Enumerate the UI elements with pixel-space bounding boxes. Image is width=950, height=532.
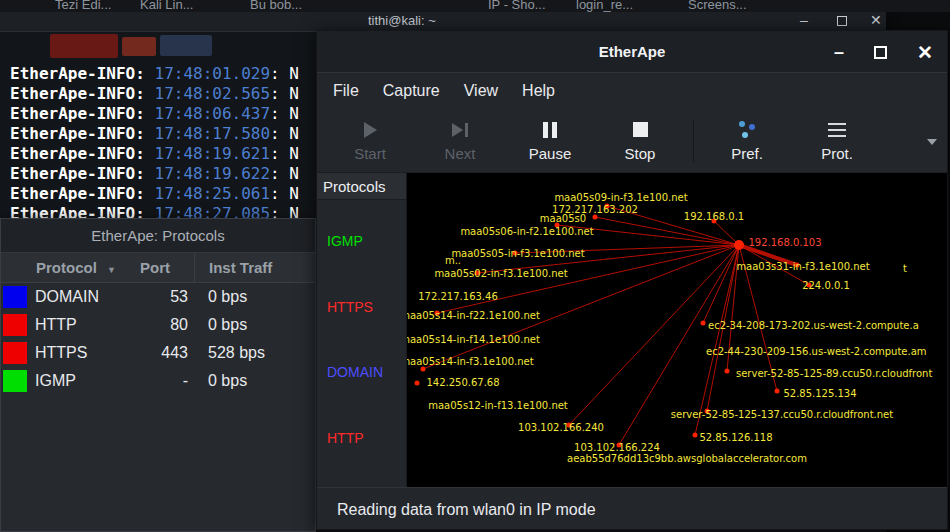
protocol-color-swatch (3, 286, 27, 308)
node-dot (693, 433, 698, 438)
terminal-log-line: EtherApe-INFO: 17:48:01.029: N (10, 64, 299, 84)
terminal-log-line: EtherApe-INFO: 17:48:06.437: N (10, 104, 299, 124)
start-button-label: Start (354, 145, 386, 162)
terminal-titlebar[interactable]: tithi@kali: ~ – ✕ (0, 10, 886, 32)
column-header-port[interactable]: Port (136, 259, 194, 276)
protocols-button[interactable]: Prot. (792, 120, 882, 162)
protocol-traffic: 0 bps (194, 316, 315, 334)
top-taskbar: Tezi Edi...Kali Lin...Bu bob...IP - Sho.… (0, 0, 950, 12)
node-label[interactable]: maa05s14-in-f3.1e100.net (407, 356, 534, 367)
hub-node-dot (734, 240, 744, 250)
node-label[interactable]: maa03s31-in-f3.1e100.net (736, 261, 869, 272)
node-label[interactable]: 52.85.125.134 (783, 388, 856, 399)
protocol-color-swatch (3, 370, 27, 392)
node-label[interactable]: ec2-34-208-173-202.us-west-2.compute.a (708, 320, 919, 331)
status-text: Reading data from wlan0 in IP mode (337, 501, 596, 519)
terminal-close-button[interactable]: ✕ (870, 12, 882, 28)
node-label[interactable]: t (903, 263, 907, 274)
node-label[interactable]: 172.217.163.46 (418, 291, 498, 302)
node-dot (725, 369, 730, 374)
network-canvas-svg: maa05s09-in-f3.1e100.net172.217.163.202m… (407, 173, 947, 487)
node-label[interactable]: maa05s06-in-f2.1e100.net (460, 226, 593, 237)
taskbar-item[interactable]: Screens... (688, 0, 747, 12)
etherape-menubar: File Capture View Help (317, 73, 947, 109)
next-button[interactable]: Next (415, 120, 505, 162)
node-label[interactable]: 224.0.0.1 (802, 280, 850, 291)
node-label[interactable]: 103.102.166.240 (518, 422, 604, 433)
taskbar-item[interactable]: IP - Sho... (488, 0, 546, 12)
pause-icon (543, 120, 557, 140)
toolbar-separator (693, 120, 694, 162)
menu-file[interactable]: File (333, 82, 359, 100)
etherape-close-button[interactable]: ✕ (917, 41, 933, 64)
taskbar-item[interactable]: Bu bob... (250, 0, 302, 12)
toolbar-overflow-button[interactable] (927, 139, 937, 145)
traffic-link (569, 245, 739, 425)
sidebar-protocol-list: IGMPHTTPSDOMAINHTTP (317, 200, 406, 487)
column-header-traffic[interactable]: Inst Traff (194, 253, 315, 282)
column-header-protocol[interactable]: Protocol ▼ (1, 259, 136, 276)
network-canvas[interactable]: maa05s09-in-f3.1e100.net172.217.163.202m… (407, 173, 947, 487)
taskbar-item[interactable]: Tezi Edi... (55, 0, 111, 12)
protocol-name: DOMAIN (31, 288, 136, 306)
protocol-row[interactable]: IGMP-0 bps (1, 367, 315, 395)
node-label[interactable]: server-52-85-125-137.ccu50.r.cloudfront.… (671, 409, 893, 420)
column-header-protocol-label: Protocol (36, 259, 97, 276)
node-label[interactable]: 52.85.126.118 (699, 432, 772, 443)
start-button[interactable]: Start (325, 120, 415, 162)
node-label[interactable]: 192.168.0.1 (684, 211, 744, 222)
protocol-traffic: 0 bps (194, 288, 315, 306)
node-dot (415, 381, 420, 386)
node-label[interactable]: ec2-44-230-209-156.us-west-2.compute.am (706, 346, 927, 357)
sidebar-protocol-item[interactable]: HTTPS (327, 299, 406, 315)
protocols-sidebar: Protocols IGMPHTTPSDOMAINHTTP (317, 173, 407, 487)
play-icon (364, 120, 377, 140)
protocols-window: EtherApe: Protocols Protocol ▼ Port Inst… (0, 218, 316, 532)
etherape-titlebar[interactable]: EtherApe – ✕ (317, 31, 947, 73)
protocol-row[interactable]: HTTP800 bps (1, 311, 315, 339)
etherape-toolbar: Start Next Pause Stop Pref. Prot. (317, 109, 947, 173)
node-label[interactable]: 103.102.166.224 (574, 442, 660, 453)
sort-indicator-icon: ▼ (107, 265, 116, 275)
sidebar-protocols-header[interactable]: Protocols (317, 173, 406, 200)
terminal-log: EtherApe-INFO: 17:48:01.029: NEtherApe-I… (10, 64, 299, 224)
node-label[interactable]: maa05s0 (540, 213, 586, 224)
taskbar-item[interactable]: Kali Lin... (140, 0, 193, 12)
preferences-button[interactable]: Pref. (702, 120, 792, 162)
sidebar-protocol-item[interactable]: DOMAIN (327, 364, 406, 380)
menu-help[interactable]: Help (522, 82, 555, 100)
node-label[interactable]: maa05s09-in-f3.1e100.net (554, 192, 687, 203)
node-label[interactable]: maa05s02-in-f3.1e100.net (434, 268, 567, 279)
menu-capture[interactable]: Capture (383, 82, 440, 100)
pause-button[interactable]: Pause (505, 120, 595, 162)
node-label[interactable]: server-52-85-125-89.ccu50.r.cloudfront (736, 368, 932, 379)
preferences-icon (739, 120, 755, 140)
etherape-maximize-button[interactable] (874, 46, 887, 59)
protocol-row[interactable]: HTTPS443528 bps (1, 339, 315, 367)
node-label[interactable]: maa05s14-in-f14.1e100.net (407, 334, 540, 345)
sidebar-protocol-item[interactable]: HTTP (327, 430, 406, 446)
protocol-port: - (136, 372, 194, 390)
node-label[interactable]: maa05s12-in-f13.1e100.net (428, 400, 568, 411)
menu-view[interactable]: View (464, 82, 498, 100)
stop-button[interactable]: Stop (595, 120, 685, 162)
node-label[interactable]: maa05s05-in-f3.1e100.net (451, 248, 584, 259)
taskbar-item[interactable]: login_re... (576, 0, 633, 12)
terminal-minimize-button[interactable]: – (800, 12, 808, 28)
preferences-button-label: Pref. (731, 145, 763, 162)
terminal-log-line: EtherApe-INFO: 17:48:19.622: N (10, 164, 299, 184)
node-label[interactable]: 192.168.0.103 (748, 237, 821, 248)
etherape-statusbar: Reading data from wlan0 in IP mode (317, 487, 947, 531)
protocol-list-icon (828, 120, 846, 140)
protocols-window-titlebar[interactable]: EtherApe: Protocols (1, 219, 315, 253)
terminal-log-line: EtherApe-INFO: 17:48:17.580: N (10, 124, 299, 144)
node-label[interactable]: 142.250.67.68 (426, 377, 499, 388)
protocol-traffic: 0 bps (194, 372, 315, 390)
node-label[interactable]: maa05s14-in-f22.1e100.net (407, 310, 540, 321)
protocol-row[interactable]: DOMAIN530 bps (1, 283, 315, 311)
node-label[interactable]: aeab55d76dd13c9bb.awsglobalaccelerator.c… (567, 453, 807, 464)
sidebar-protocol-item[interactable]: IGMP (327, 233, 406, 249)
etherape-minimize-button[interactable]: – (834, 42, 844, 63)
terminal-maximize-button[interactable] (837, 16, 847, 26)
node-label[interactable]: m.. (445, 255, 461, 266)
